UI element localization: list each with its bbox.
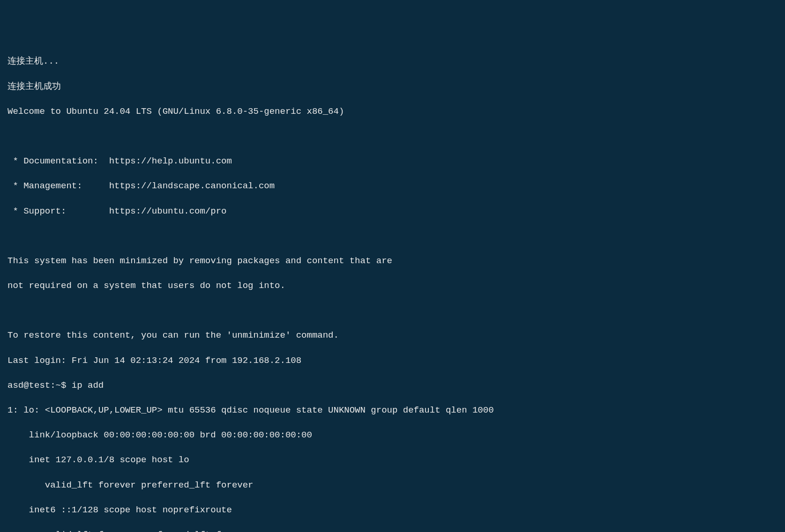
- connection-connecting: 连接主机...: [7, 55, 778, 68]
- unminimize-hint: To restore this content, you can run the…: [7, 329, 778, 342]
- ip-lo-link: link/loopback 00:00:00:00:00:00 brd 00:0…: [7, 429, 778, 442]
- blank-line: [7, 230, 778, 243]
- ip-lo-inet6-lft: valid_lft forever preferred_lft forever: [7, 529, 778, 532]
- ip-lo-header: 1: lo: <LOOPBACK,UP,LOWER_UP> mtu 65536 …: [7, 404, 778, 417]
- connection-connected: 连接主机成功: [7, 81, 778, 93]
- blank-line: [7, 304, 778, 317]
- minimized-notice-1: This system has been minimized by removi…: [7, 255, 778, 267]
- support-link: * Support: https://ubuntu.com/pro: [7, 205, 778, 218]
- last-login: Last login: Fri Jun 14 02:13:24 2024 fro…: [7, 355, 778, 367]
- ip-lo-inet-lft: valid_lft forever preferred_lft forever: [7, 479, 778, 492]
- minimized-notice-2: not required on a system that users do n…: [7, 280, 778, 292]
- welcome-banner: Welcome to Ubuntu 24.04 LTS (GNU/Linux 6…: [7, 105, 778, 118]
- blank-line: [7, 130, 778, 143]
- management-link: * Management: https://landscape.canonica…: [7, 180, 778, 192]
- ip-lo-inet: inet 127.0.0.1/8 scope host lo: [7, 454, 778, 466]
- command-ip-add: ip add: [72, 380, 104, 391]
- prompt-line-1[interactable]: asd@test:~$ ip add: [7, 379, 778, 392]
- documentation-link: * Documentation: https://help.ubuntu.com: [7, 155, 778, 168]
- ip-lo-inet6: inet6 ::1/128 scope host noprefixroute: [7, 504, 778, 517]
- prompt-user-host: asd@test:~$: [7, 380, 72, 391]
